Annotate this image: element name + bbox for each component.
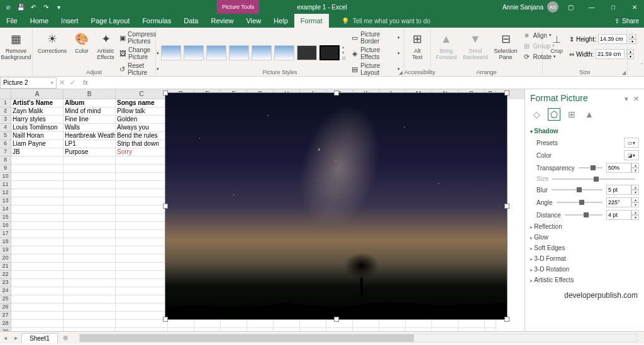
style-preset[interactable] <box>161 45 181 60</box>
cell[interactable] <box>11 255 64 263</box>
pane-options-icon[interactable]: ▾ <box>625 95 628 102</box>
cell[interactable] <box>11 238 64 246</box>
row-header[interactable]: 27 <box>0 312 11 320</box>
sheet-nav-next[interactable]: ▸ <box>11 334 21 341</box>
resize-handle[interactable] <box>334 90 339 96</box>
resize-handle[interactable] <box>334 317 339 322</box>
row-header[interactable]: 16 <box>0 222 11 230</box>
cell[interactable] <box>11 246 64 255</box>
height-down[interactable]: ▾ <box>629 39 636 44</box>
cell[interactable] <box>458 328 485 331</box>
row-header[interactable]: 1 <box>0 99 11 107</box>
collapse-ribbon-icon[interactable]: ˇ <box>641 63 643 70</box>
cell[interactable] <box>168 320 194 328</box>
row-header[interactable]: 20 <box>0 255 11 263</box>
style-preset[interactable] <box>206 45 226 60</box>
cell[interactable] <box>221 320 247 328</box>
cell[interactable]: Purpose <box>64 148 116 156</box>
close-icon[interactable]: ✕ <box>625 0 644 14</box>
cell[interactable] <box>116 312 168 320</box>
autosave-icon[interactable]: ⎚ <box>4 3 13 11</box>
picture-border-button[interactable]: ▭Picture Border▾ <box>350 30 401 45</box>
rotation-3d-section[interactable]: 3-D Rotation <box>530 264 639 275</box>
picture-tab-icon[interactable]: ▲ <box>583 108 596 121</box>
cell[interactable]: Sorry <box>116 148 168 156</box>
gallery-more-icon[interactable]: ⊟ <box>342 56 346 61</box>
cell[interactable] <box>11 205 64 214</box>
row-header[interactable]: 9 <box>0 165 11 173</box>
column-header[interactable]: C <box>116 89 168 99</box>
width-down[interactable]: ▾ <box>626 54 634 59</box>
height-up[interactable]: ▴ <box>629 34 636 39</box>
row-header[interactable]: 7 <box>0 148 11 156</box>
angle-slider[interactable] <box>557 202 602 203</box>
cell[interactable] <box>11 165 64 173</box>
cell[interactable] <box>432 328 458 331</box>
width-up[interactable]: ▴ <box>626 49 634 54</box>
cell[interactable] <box>64 279 116 287</box>
cell[interactable]: Artist's Name <box>11 99 64 107</box>
user-avatar[interactable]: AS <box>547 1 558 13</box>
cell[interactable] <box>64 181 116 189</box>
row-header[interactable]: 5 <box>0 132 11 140</box>
cell[interactable] <box>64 328 116 331</box>
cell[interactable] <box>116 328 168 331</box>
cell[interactable]: Strip that down <box>116 140 168 148</box>
ribbon-options-icon[interactable]: ▢ <box>561 0 580 14</box>
shadow-color-dropdown[interactable]: ◪▾ <box>624 150 639 160</box>
style-preset[interactable] <box>274 45 294 60</box>
menu-data[interactable]: Data <box>177 14 204 28</box>
menu-home[interactable]: Home <box>24 14 55 28</box>
cell[interactable] <box>11 287 64 295</box>
menu-file[interactable]: File <box>0 14 24 28</box>
cell[interactable]: Pillow talk <box>116 107 168 116</box>
cell[interactable] <box>11 271 64 279</box>
cell[interactable] <box>11 181 64 189</box>
user-name[interactable]: Annie Sanjana <box>502 4 543 11</box>
cell[interactable]: Mind of mind <box>64 107 116 116</box>
cell[interactable] <box>326 320 353 328</box>
gallery-up-icon[interactable]: ▴ <box>342 45 346 50</box>
cell[interactable] <box>116 255 168 263</box>
soft-edges-section[interactable]: Soft Edges <box>530 243 639 253</box>
cell[interactable]: Album <box>64 99 116 107</box>
menu-help[interactable]: Help <box>267 14 294 28</box>
horizontal-scrollbar[interactable] <box>79 334 638 342</box>
cell[interactable] <box>300 320 326 328</box>
cell[interactable] <box>11 222 64 230</box>
row-header[interactable]: 21 <box>0 263 11 271</box>
transparency-slider[interactable] <box>579 167 602 168</box>
qat-customize-icon[interactable]: ▾ <box>54 3 63 11</box>
inserted-picture[interactable] <box>165 92 508 320</box>
cell[interactable] <box>194 320 221 328</box>
glow-section[interactable]: Glow <box>530 232 639 243</box>
row-header[interactable]: 15 <box>0 214 11 222</box>
format-3d-section[interactable]: 3-D Format <box>530 253 639 264</box>
row-header[interactable]: 4 <box>0 124 11 132</box>
style-preset[interactable] <box>184 45 204 60</box>
row-header[interactable]: 10 <box>0 173 11 181</box>
menu-view[interactable]: View <box>240 14 268 28</box>
cell[interactable] <box>64 287 116 295</box>
minimize-icon[interactable]: — <box>582 0 601 14</box>
cell[interactable] <box>64 246 116 255</box>
cell[interactable]: Golden <box>116 116 168 124</box>
artistic-effects-section[interactable]: Artistic Effects <box>530 275 639 285</box>
resize-handle[interactable] <box>504 90 509 96</box>
cell[interactable]: Liam Payne <box>11 140 64 148</box>
cell[interactable] <box>116 246 168 255</box>
row-header[interactable]: 14 <box>0 205 11 214</box>
menu-insert[interactable]: Insert <box>55 14 85 28</box>
cell[interactable] <box>432 320 458 328</box>
cell[interactable] <box>406 320 432 328</box>
resize-handle[interactable] <box>163 317 168 322</box>
resize-handle[interactable] <box>163 90 168 96</box>
style-preset[interactable] <box>297 45 317 60</box>
cell[interactable] <box>168 328 194 331</box>
fx-icon[interactable]: fx <box>78 79 93 86</box>
sheet-nav-prev[interactable]: ◂ <box>0 334 11 341</box>
tell-me-search[interactable]: 💡 Tell me what you want to do <box>341 18 430 25</box>
cell[interactable] <box>458 320 485 328</box>
cell[interactable] <box>116 238 168 246</box>
cell[interactable] <box>64 156 116 165</box>
